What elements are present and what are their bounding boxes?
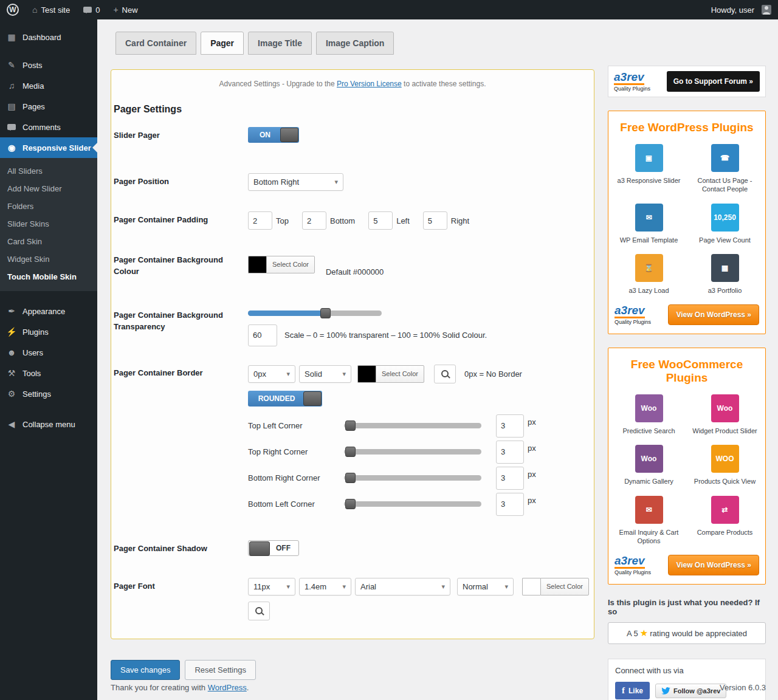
- border-color-swatch[interactable]: [357, 365, 376, 383]
- slider-knob[interactable]: [345, 499, 356, 509]
- slider-pager-toggle[interactable]: ON: [248, 127, 299, 143]
- a3rev-logo-subtext: Quality Plugins: [614, 86, 650, 92]
- slider-knob[interactable]: [345, 473, 356, 483]
- padding-left-input[interactable]: [368, 211, 393, 230]
- sidebar-item-dashboard[interactable]: ▦ Dashboard: [0, 27, 97, 47]
- bottom-right-corner-slider[interactable]: [344, 475, 481, 481]
- font-select-color-button[interactable]: Select Color: [540, 578, 589, 595]
- plugin-item-email-inquiry-cart-options[interactable]: ✉ Email Inquiry & Cart Options: [613, 496, 684, 546]
- bottom-right-corner-input[interactable]: [496, 467, 524, 490]
- sidebar-item-plugins[interactable]: ⚡ Plugins: [0, 321, 97, 342]
- plugin-item-a3-responsive-slider[interactable]: ▣ a3 Responsive Slider: [613, 144, 684, 194]
- view-on-wordpress-button[interactable]: View On WordPress »: [668, 304, 759, 325]
- plugin-item-a3-lazy-load[interactable]: ⌛ a3 Lazy Load: [613, 254, 684, 295]
- sidebar-item-settings[interactable]: ⚙ Settings: [0, 383, 97, 404]
- wordpress-menu[interactable]: W: [0, 0, 26, 19]
- wordpress-link[interactable]: WordPress: [208, 683, 247, 692]
- sidebar-item-responsive-slider[interactable]: ◉ Responsive Slider: [0, 137, 97, 158]
- users-icon: ☻: [6, 348, 17, 357]
- tab-pager[interactable]: Pager: [201, 32, 244, 55]
- font-weight-select[interactable]: Normal: [457, 578, 514, 595]
- slider-knob[interactable]: [345, 420, 356, 431]
- view-on-wordpress-button[interactable]: View On WordPress »: [668, 555, 759, 575]
- bg-select-color-button[interactable]: Select Color: [266, 256, 315, 273]
- padding-bottom-input[interactable]: [302, 211, 326, 230]
- shadow-toggle[interactable]: OFF: [248, 540, 299, 556]
- sidebar-item-users[interactable]: ☻ Users: [0, 342, 97, 363]
- account-menu[interactable]: Howdy, user: [704, 0, 778, 19]
- sidebar-item-posts[interactable]: ✎ Posts: [0, 55, 97, 75]
- bg-color-swatch[interactable]: [248, 256, 266, 273]
- plugin-icon: Woo: [635, 445, 663, 473]
- bottom-left-corner-slider[interactable]: [344, 501, 481, 507]
- submenu-item-widget-skin[interactable]: Widget Skin: [0, 250, 97, 268]
- top-left-corner-slider[interactable]: [344, 423, 481, 428]
- plugin-icon: WOO: [711, 445, 739, 473]
- border-preview-button[interactable]: [434, 365, 456, 383]
- sidebar-item-tools[interactable]: ⚒ Tools: [0, 363, 97, 383]
- comments-shortcut[interactable]: 0: [77, 0, 106, 19]
- plugin-item-wp-email-template[interactable]: ✉ WP Email Template: [613, 204, 684, 244]
- plugin-icon: ✉: [635, 496, 663, 524]
- top-right-corner-slider[interactable]: [344, 449, 481, 455]
- new-content-menu[interactable]: + New: [106, 0, 144, 19]
- padding-right-input[interactable]: [423, 211, 447, 230]
- border-select-color-button[interactable]: Select Color: [376, 365, 424, 383]
- collapse-menu-button[interactable]: ◀ Collapse menu: [0, 414, 97, 434]
- padding-top-input[interactable]: [248, 211, 272, 230]
- submenu-item-touch-mobile-skin[interactable]: Touch Mobile Skin: [0, 268, 97, 286]
- tab-image-title[interactable]: Image Title: [248, 32, 312, 55]
- plugin-icon: ⇄: [711, 496, 739, 524]
- plugin-item-widget-product-slider[interactable]: Woo Widget Product Slider: [689, 394, 760, 435]
- plugin-item-products-quick-view[interactable]: WOO Products Quick View: [689, 445, 760, 486]
- submenu-item-all-sliders[interactable]: All Sliders: [0, 162, 97, 180]
- border-width-select[interactable]: 0px: [248, 365, 295, 383]
- slider-knob[interactable]: [345, 447, 356, 457]
- font-family-select[interactable]: Arial: [355, 578, 450, 595]
- submenu-item-add-new-slider[interactable]: Add New Slider: [0, 180, 97, 197]
- camera-icon: ◉: [6, 143, 17, 153]
- support-forum-button[interactable]: Go to Support Forum »: [667, 71, 760, 92]
- plugin-item-a3-portfolio[interactable]: ▦ a3 Portfolio: [689, 254, 760, 295]
- submenu-item-card-skin[interactable]: Card Skin: [0, 233, 97, 250]
- sidebar-item-appearance[interactable]: ✒ Appearance: [0, 301, 97, 321]
- tab-card-container[interactable]: Card Container: [115, 32, 196, 55]
- font-color-swatch[interactable]: [522, 578, 540, 595]
- footer-thanks-suffix: .: [247, 683, 249, 692]
- slider-knob[interactable]: [320, 308, 331, 318]
- comments-count: 0: [95, 5, 100, 15]
- transparency-slider[interactable]: [248, 311, 382, 316]
- plugin-caption: Compare Products: [697, 528, 753, 537]
- plugin-item-compare-products[interactable]: ⇄ Compare Products: [689, 496, 760, 546]
- form-actions: Save changes Reset Settings: [111, 660, 594, 680]
- top-left-corner-input[interactable]: [496, 414, 524, 437]
- reset-settings-button[interactable]: Reset Settings: [185, 660, 256, 680]
- wordpress-logo-icon: W: [7, 4, 19, 16]
- bottom-left-corner-input[interactable]: [496, 493, 524, 516]
- plugin-item-dynamic-gallery[interactable]: Woo Dynamic Gallery: [613, 445, 684, 486]
- sidebar-label: Media: [22, 81, 44, 91]
- rating-widget[interactable]: A 5★rating would be appreciated: [608, 622, 766, 644]
- tab-image-caption[interactable]: Image Caption: [316, 32, 394, 55]
- submenu-item-slider-skins[interactable]: Slider Skins: [0, 215, 97, 233]
- plugin-item-predictive-search[interactable]: Woo Predictive Search: [613, 394, 684, 435]
- sidebar-item-media[interactable]: ♫ Media: [0, 75, 97, 96]
- line-height-select[interactable]: 1.4em: [299, 578, 351, 595]
- pro-version-license-link[interactable]: Pro Version License: [337, 80, 402, 88]
- plugin-item-contact-us-page[interactable]: ☎ Contact Us Page - Contact People: [689, 144, 760, 194]
- site-menu[interactable]: ⌂ Test site: [26, 0, 77, 19]
- border-style-select[interactable]: Solid: [299, 365, 351, 383]
- submenu-item-folders[interactable]: Folders: [0, 197, 97, 215]
- transparency-label: Pager Container Background Transparency: [114, 307, 248, 346]
- top-right-corner-input[interactable]: [496, 441, 524, 464]
- selected-value: Arial: [360, 582, 376, 591]
- sidebar-item-pages[interactable]: ▤ Pages: [0, 96, 97, 117]
- pager-position-select[interactable]: Bottom Right: [248, 173, 343, 191]
- font-preview-button[interactable]: [248, 602, 270, 620]
- save-changes-button[interactable]: Save changes: [111, 660, 180, 680]
- sidebar-item-comments[interactable]: Comments: [0, 117, 97, 137]
- rounded-toggle[interactable]: ROUNDED: [248, 391, 322, 407]
- plugin-item-page-view-count[interactable]: 10,250 Page View Count: [689, 204, 760, 244]
- transparency-input[interactable]: [248, 324, 277, 346]
- font-size-select[interactable]: 11px: [248, 578, 295, 595]
